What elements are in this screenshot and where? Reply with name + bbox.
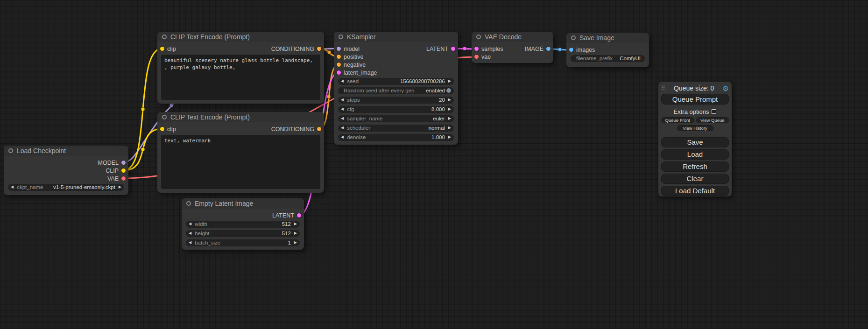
increment-arrow-icon[interactable]: ▶ xyxy=(448,107,451,111)
settings-gear-icon[interactable]: ⚙ xyxy=(723,85,729,92)
slot-dot-conditioning[interactable] xyxy=(337,63,341,67)
decrement-arrow-icon[interactable]: ◀ xyxy=(189,241,191,245)
view-queue-button[interactable]: View Queue xyxy=(696,117,729,123)
node-header[interactable]: Empty Latent Image xyxy=(182,198,304,209)
decrement-arrow-icon[interactable]: ◀ xyxy=(341,135,344,139)
node-header[interactable]: CLIP Text Encode (Prompt) xyxy=(157,32,324,42)
input-slot-images[interactable]: images xyxy=(569,47,595,53)
toggle-knob[interactable] xyxy=(446,88,451,93)
slot-dot-model[interactable] xyxy=(121,161,126,165)
node-header[interactable]: Save Image xyxy=(566,33,649,43)
input-slot-clip[interactable]: clip xyxy=(160,46,176,52)
decrement-arrow-icon[interactable]: ◀ xyxy=(189,222,191,226)
slot-dot-image[interactable] xyxy=(546,47,550,51)
queue-prompt-button[interactable]: Queue Prompt xyxy=(661,94,729,105)
node-header[interactable]: Load Checkpoint xyxy=(4,146,128,156)
collapse-dot-icon[interactable] xyxy=(8,148,13,153)
next-arrow-icon[interactable]: ▶ xyxy=(119,185,121,189)
output-slot-vae[interactable]: VAE xyxy=(107,175,126,182)
slot-dot-clip[interactable] xyxy=(160,127,164,131)
node-empty-latent-image[interactable]: Empty Latent Image LATENT ◀ width 512 ▶ … xyxy=(182,198,304,250)
node-header[interactable]: VAE Decode xyxy=(472,32,553,42)
view-history-button[interactable]: View History xyxy=(677,125,713,131)
queue-front-button[interactable]: Queue Front xyxy=(661,117,694,123)
input-slot-samples[interactable]: samples xyxy=(474,46,503,52)
slot-dot-vae[interactable] xyxy=(121,176,126,181)
increment-arrow-icon[interactable]: ▶ xyxy=(294,231,297,235)
input-slot-negative[interactable]: negative xyxy=(337,62,366,68)
widget-scheduler[interactable]: ◀ scheduler normal ▶ xyxy=(338,125,454,132)
slot-dot-model[interactable] xyxy=(337,47,341,51)
graph-canvas[interactable]: Load Checkpoint MODEL CLIP VAE xyxy=(0,0,868,329)
increment-arrow-icon[interactable]: ▶ xyxy=(294,222,297,226)
collapse-dot-icon[interactable] xyxy=(162,35,167,39)
output-slot-image[interactable]: IMAGE xyxy=(525,46,550,52)
slot-dot-conditioning[interactable] xyxy=(317,47,321,51)
node-load-checkpoint[interactable]: Load Checkpoint MODEL CLIP VAE xyxy=(4,146,128,195)
menu-panel[interactable]: ⠿ Queue size: 0 ⚙ Queue Prompt Extra opt… xyxy=(658,82,732,196)
slot-dot-vae[interactable] xyxy=(474,55,479,59)
widget-denoise[interactable]: ◀ denoise 1.000 ▶ xyxy=(338,134,454,141)
refresh-button[interactable]: Refresh xyxy=(661,161,729,172)
node-clip-text-encode-positive[interactable]: CLIP Text Encode (Prompt) clip CONDITION… xyxy=(157,32,324,104)
widget-steps[interactable]: ◀ steps 20 ▶ xyxy=(338,97,454,104)
load-default-button[interactable]: Load Default xyxy=(661,186,729,196)
slot-dot-latent[interactable] xyxy=(451,47,455,51)
input-slot-positive[interactable]: positive xyxy=(337,54,363,60)
next-arrow-icon[interactable]: ▶ xyxy=(448,126,451,130)
widget-width[interactable]: ◀ width 512 ▶ xyxy=(186,221,300,228)
slot-dot-latent[interactable] xyxy=(474,47,479,51)
node-header[interactable]: KSampler xyxy=(334,32,458,42)
input-slot-vae[interactable]: vae xyxy=(474,54,491,60)
prev-arrow-icon[interactable]: ◀ xyxy=(341,126,344,130)
slot-dot-latent[interactable] xyxy=(297,213,301,217)
increment-arrow-icon[interactable]: ▶ xyxy=(448,79,451,83)
widget-filename-prefix[interactable]: filename_prefix ComfyUI xyxy=(571,55,645,62)
node-vae-decode[interactable]: VAE Decode samples IMAGE vae xyxy=(472,32,553,63)
output-slot-conditioning[interactable]: CONDITIONING xyxy=(271,46,321,52)
node-ksampler[interactable]: KSampler model LATENT positive xyxy=(334,32,458,145)
extra-options-checkbox[interactable] xyxy=(712,109,716,114)
increment-arrow-icon[interactable]: ▶ xyxy=(448,135,451,139)
collapse-dot-icon[interactable] xyxy=(339,35,343,39)
decrement-arrow-icon[interactable]: ◀ xyxy=(341,79,344,83)
widget-sampler-name[interactable]: ◀ sampler_name euler ▶ xyxy=(338,115,454,122)
input-slot-model[interactable]: model xyxy=(337,46,360,52)
slot-dot-conditioning[interactable] xyxy=(337,55,341,59)
slot-dot-conditioning[interactable] xyxy=(317,127,321,131)
decrement-arrow-icon[interactable]: ◀ xyxy=(341,98,344,102)
decrement-arrow-icon[interactable]: ◀ xyxy=(189,231,191,235)
collapse-dot-icon[interactable] xyxy=(186,201,191,206)
next-arrow-icon[interactable]: ▶ xyxy=(448,117,451,120)
slot-dot-image[interactable] xyxy=(569,48,573,52)
widget-ckpt-name[interactable]: ◀ ckpt_name v1-5-pruned-emaonly.ckpt ▶ xyxy=(8,184,124,191)
output-slot-model[interactable]: MODEL xyxy=(98,160,126,166)
widget-cfg[interactable]: ◀ cfg 8.000 ▶ xyxy=(338,106,454,113)
widget-seed[interactable]: ◀ seed 156680208700286 ▶ xyxy=(338,78,454,85)
output-slot-latent[interactable]: LATENT xyxy=(272,212,301,219)
output-slot-latent[interactable]: LATENT xyxy=(426,46,455,52)
output-slot-conditioning[interactable]: CONDITIONING xyxy=(271,126,321,133)
slot-dot-clip[interactable] xyxy=(160,47,164,51)
negative-prompt-textarea[interactable]: text, watermark xyxy=(161,135,320,189)
node-clip-text-encode-negative[interactable]: CLIP Text Encode (Prompt) clip CONDITION… xyxy=(157,112,324,193)
node-header[interactable]: CLIP Text Encode (Prompt) xyxy=(157,112,324,122)
collapse-dot-icon[interactable] xyxy=(571,35,576,40)
increment-arrow-icon[interactable]: ▶ xyxy=(294,241,297,245)
output-slot-clip[interactable]: CLIP xyxy=(106,168,126,174)
collapse-dot-icon[interactable] xyxy=(162,115,167,119)
collapse-dot-icon[interactable] xyxy=(476,35,481,39)
increment-arrow-icon[interactable]: ▶ xyxy=(448,98,451,102)
slot-dot-clip[interactable] xyxy=(121,168,126,173)
drag-handle-icon[interactable]: ⠿ xyxy=(661,85,665,91)
slot-dot-latent[interactable] xyxy=(337,70,341,75)
clear-button[interactable]: Clear xyxy=(661,174,729,184)
prev-arrow-icon[interactable]: ◀ xyxy=(341,117,344,120)
node-save-image[interactable]: Save Image images filename_prefix ComfyU… xyxy=(566,33,649,67)
positive-prompt-textarea[interactable]: beautiful scenery nature glass bottle la… xyxy=(161,55,320,100)
prev-arrow-icon[interactable]: ◀ xyxy=(11,185,14,189)
widget-height[interactable]: ◀ height 512 ▶ xyxy=(186,230,300,237)
widget-random-seed-toggle[interactable]: Random seed after every gen enabled xyxy=(338,87,454,94)
decrement-arrow-icon[interactable]: ◀ xyxy=(341,107,344,111)
input-slot-clip[interactable]: clip xyxy=(160,126,176,133)
